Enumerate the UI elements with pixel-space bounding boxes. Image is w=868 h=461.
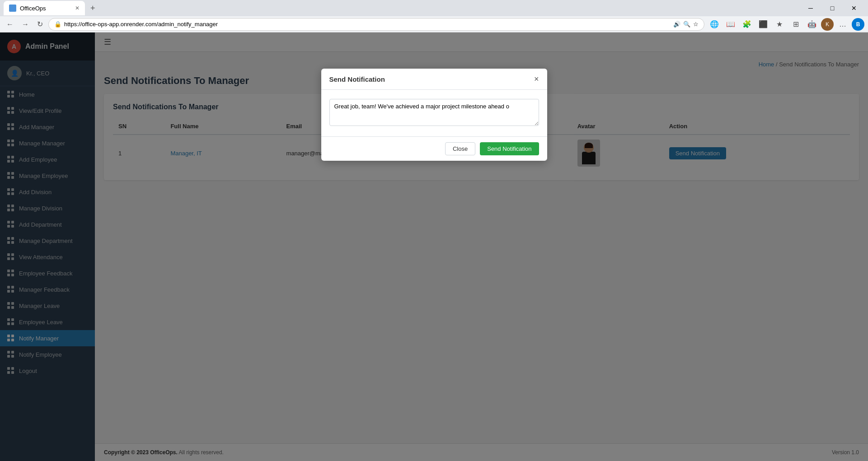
address-bar[interactable]: 🔒 🔊 🔍 ☆ (48, 18, 704, 31)
reload-button[interactable]: ↻ (34, 18, 46, 30)
search-icon[interactable]: 🔍 (683, 21, 690, 28)
browser-toolbar: ← → ↻ 🔒 🔊 🔍 ☆ 🌐 📖 🧩 ⬛ ★ ⊞ 🤖 K … B (0, 16, 868, 33)
bookmark-icon[interactable]: ☆ (693, 21, 699, 28)
url-input[interactable] (64, 21, 671, 28)
tab-bar: OfficeOps ✕ + ─ □ ✕ (0, 0, 868, 16)
modal-send-button[interactable]: Send Notification (480, 142, 539, 155)
tab-close-button[interactable]: ✕ (75, 5, 80, 11)
forward-button[interactable]: → (19, 19, 32, 30)
toolbar-icons: 🌐 📖 🧩 ⬛ ★ ⊞ 🤖 K … B (707, 17, 864, 32)
bing-icon[interactable]: B (852, 18, 864, 31)
lock-icon: 🔒 (54, 21, 61, 28)
tab-favicon (9, 5, 16, 12)
modal-body (321, 90, 547, 136)
modal-header: Send Notification × (321, 69, 547, 90)
browser-tab[interactable]: OfficeOps ✕ (4, 1, 85, 15)
collections-icon[interactable]: ⊞ (788, 17, 803, 32)
copilot-icon[interactable]: 🤖 (805, 17, 819, 32)
globe-icon[interactable]: 🌐 (707, 17, 722, 32)
extensions-icon[interactable]: 🧩 (740, 17, 754, 32)
send-notification-modal: Send Notification × Close Send Notificat… (321, 69, 547, 161)
tab-title: OfficeOps (20, 5, 46, 12)
reader-icon[interactable]: 📖 (723, 17, 738, 32)
minimize-button[interactable]: ─ (800, 1, 821, 15)
profile-avatar[interactable]: K (821, 18, 834, 31)
close-button[interactable]: ✕ (844, 1, 864, 15)
back-button[interactable]: ← (4, 19, 16, 30)
modal-footer: Close Send Notification (321, 136, 547, 161)
modal-close-x-button[interactable]: × (534, 75, 539, 83)
notification-textarea[interactable] (329, 99, 539, 126)
sidebar-icon[interactable]: ⬛ (756, 17, 770, 32)
modal-title: Send Notification (329, 75, 385, 83)
more-button[interactable]: … (835, 17, 850, 32)
modal-close-button[interactable]: Close (445, 142, 475, 155)
window-controls: ─ □ ✕ (800, 1, 864, 15)
modal-overlay[interactable]: Send Notification × Close Send Notificat… (0, 33, 868, 461)
maximize-button[interactable]: □ (822, 1, 843, 15)
favorites-icon[interactable]: ★ (772, 17, 787, 32)
read-aloud-icon[interactable]: 🔊 (673, 21, 680, 28)
browser-chrome: OfficeOps ✕ + ─ □ ✕ ← → ↻ 🔒 🔊 🔍 ☆ 🌐 📖 🧩 … (0, 0, 868, 33)
new-tab-button[interactable]: + (87, 4, 99, 13)
